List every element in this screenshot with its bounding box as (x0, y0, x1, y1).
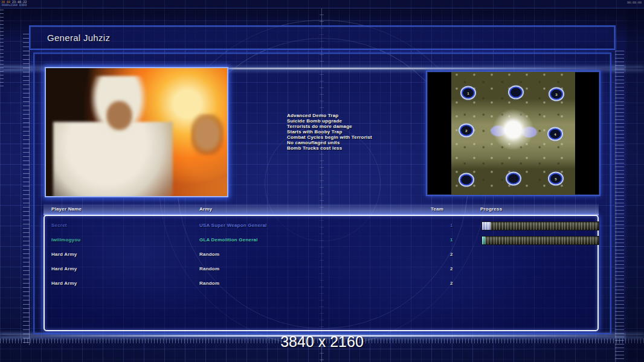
ruler-edge-left (0, 10, 4, 88)
team-cell: 2 (450, 281, 453, 286)
column-header-progress: Progress (480, 206, 502, 212)
player-name-cell: Hard Army (51, 252, 77, 257)
army-cell: GLA Demolition General (199, 237, 258, 243)
map-marker (460, 174, 473, 186)
team-cell: 2 (450, 252, 453, 257)
ability-item: Combat Cycles begin with Terrorist (287, 135, 372, 140)
column-header-team: Team (431, 206, 443, 212)
army-cell: USA Super Weapon General (199, 223, 267, 228)
table-row: Hard Army Random 2 (45, 247, 597, 262)
map-marker: 1 (462, 87, 475, 99)
map-marker (507, 173, 520, 185)
title-panel: General Juhziz (29, 25, 616, 50)
ability-item: Terrorists do more damage (287, 124, 372, 129)
resolution-watermark: 3840 x 2160 (0, 333, 644, 351)
ability-item: Starts with Booby Trap (287, 129, 372, 135)
ability-item: Bomb Trucks cost less (287, 145, 372, 151)
renderer-info: 3840x2160 D3D8 (1, 4, 27, 7)
general-portrait (45, 67, 228, 197)
table-row: Hard Army Random 2 (45, 262, 597, 276)
ability-item: No camouflaged units (287, 140, 372, 145)
table-header-band (43, 204, 599, 215)
general-title: General Juhziz (47, 27, 110, 49)
team-cell: 1 (450, 223, 453, 228)
map-preview: 1 3 2 4 5 (426, 71, 601, 196)
map-marker: 3 (550, 89, 563, 100)
session-timer: 00:00:00 (627, 1, 642, 4)
ruler-left (23, 34, 30, 345)
army-cell: Random (199, 281, 219, 286)
player-name-cell: Secret (51, 223, 67, 228)
ability-item: Advanced Demo Trap (287, 113, 372, 118)
map-marker: 5 (549, 173, 562, 185)
army-cell: Random (199, 266, 219, 272)
abilities-list: Advanced Demo Trap Suicide Bomb upgrade … (287, 113, 372, 151)
player-name-cell: Iwilimogyou (51, 237, 80, 243)
top-status-bar: 38 60 23-48-22 3840x2160 D3D8 00:00:00 (0, 0, 644, 8)
right-edge-shade (626, 8, 644, 362)
table-row: Hard Army Random 2 (45, 276, 597, 291)
progress-bar (481, 221, 599, 230)
ruler-right (615, 51, 624, 362)
table-row: Iwilimogyou GLA Demolition General 1 (45, 233, 597, 247)
progress-fill (482, 237, 485, 244)
table-row: Secret USA Super Weapon General 1 (45, 218, 597, 233)
loading-screen: 38 60 23-48-22 3840x2160 D3D8 00:00:00 G… (0, 0, 644, 362)
player-name-cell: Hard Army (51, 281, 77, 286)
map-marker (509, 87, 523, 98)
ability-item: Suicide Bomb upgrade (287, 118, 372, 124)
column-header-army: Army (199, 206, 212, 212)
map-marker: 4 (549, 129, 562, 140)
progress-bar (481, 236, 599, 245)
army-cell: Random (199, 252, 219, 257)
progress-fill (482, 222, 491, 230)
team-cell: 1 (450, 237, 453, 243)
column-header-player: Player Name (51, 206, 82, 212)
general-face (106, 100, 133, 131)
team-cell: 2 (450, 266, 453, 272)
general-hand (191, 114, 224, 155)
map-marker: 2 (460, 125, 473, 136)
player-table: Secret USA Super Weapon General 1 Iwilim… (43, 215, 599, 331)
player-name-cell: Hard Army (51, 266, 77, 272)
fps-overlay: 38 60 23-48-22 3840x2160 D3D8 (1, 1, 27, 7)
